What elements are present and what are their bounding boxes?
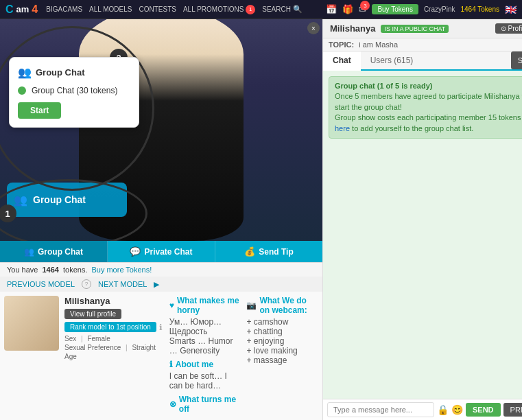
topic-bar: TOPIC: i am Masha [323, 38, 522, 51]
popup-title: 👥 Group Chat [18, 66, 130, 79]
webcam-items: + camshow + chatting + enjoying + love m… [246, 317, 318, 365]
logo: C am 4 [5, 3, 38, 16]
right-panel: Milishanya IS IN A PUBLIC CHAT ⊙ Profile… [322, 19, 522, 420]
nav-contests[interactable]: CONTESTS [139, 5, 176, 13]
emoji-button[interactable]: 😊 [451, 404, 463, 415]
logo-text: am [16, 4, 29, 14]
profile-info: Milishanya View full profile Rank model … [64, 296, 164, 416]
about-me-title: ℹ About me [169, 360, 241, 369]
logo-accent: 4 [32, 3, 38, 16]
chat-input-area: 🔒 😊 SEND PRIVATE MESSAGE [323, 399, 522, 420]
turns-off-icon: ⊗ [169, 399, 176, 409]
message-input[interactable] [327, 402, 434, 417]
chat-tabs: Chat Users (615) Start your webcam [323, 51, 522, 71]
send-button[interactable]: SEND [466, 403, 501, 417]
chat-messages: Group chat (1 of 5 is ready) Once 5 memb… [323, 71, 522, 399]
circle-badge-1: 1 [0, 205, 16, 222]
popup-option: Group Chat (30 tokens) [18, 86, 130, 95]
nav-all-promotions[interactable]: ALL PROMOTIONS 1 [183, 5, 255, 14]
video-area: 👥 Group Chat Group Chat (30 tokens) Star… [0, 19, 322, 241]
mail-badge: 3 [360, 1, 370, 10]
group-chat-overlay-icon: 👥 [14, 194, 27, 207]
send-tip-button[interactable]: 💰 Send Tip [215, 241, 322, 262]
group-chat-button[interactable]: 👥 Group Chat [0, 241, 108, 262]
top-nav: C am 4 BIGACAMS ALL MODELS CONTESTS ALL … [0, 0, 522, 19]
group-chat-ctrl-icon: 👥 [24, 247, 34, 257]
rank-model-button[interactable]: Rank model to 1st position [64, 322, 156, 332]
video-controls: 👥 Group Chat 💬 Private Chat 💰 Send Tip [0, 241, 322, 262]
about-horny-title: ♥ What makes me horny [169, 296, 241, 315]
promotions-badge: 1 [246, 5, 255, 14]
mail-icon: ✉ 3 [359, 4, 366, 14]
nav-right: 📅 🎁 ✉ 3 Buy Tokens CrazyPink 1464 Tokens… [326, 4, 517, 15]
start-webcam-button[interactable]: Start your webcam [511, 51, 522, 69]
turns-off-title: ⊗ What turns me off [169, 395, 241, 414]
webcam-icon: 📷 [246, 301, 257, 310]
about-columns: ♥ What makes me horny Ум… Юмор… Щедрость… [169, 296, 318, 416]
previous-model-link[interactable]: PREVIOUS MODEL [7, 280, 75, 288]
tab-chat[interactable]: Chat [323, 51, 361, 71]
heart-icon-about: ♥ [169, 301, 174, 310]
start-button[interactable]: Start [18, 102, 61, 119]
token-count: 1464 Tokens [460, 5, 499, 13]
send-tip-icon: 💰 [244, 246, 255, 257]
option-text: Group Chat (30 tokens) [32, 86, 117, 95]
view-full-profile-button[interactable]: View full profile [64, 309, 121, 319]
about-me-text: I can be soft… I can be hard… [169, 371, 241, 390]
model-header-name: Milishanya [330, 23, 375, 34]
age-detail: Age [64, 353, 164, 360]
token-count-value: 1464 [42, 266, 58, 274]
model-header: Milishanya IS IN A PUBLIC CHAT ⊙ Profile… [323, 19, 522, 38]
model-nav: PREVIOUS MODEL ? NEXT MODEL ▶ [0, 277, 322, 292]
group-chat-overlay-text: Group Chat [33, 194, 86, 205]
about-horny-text: Ум… Юмор… Щедрость Smarts … Humor … Gene… [169, 317, 241, 355]
buy-tokens-button[interactable]: Buy Tokens [372, 4, 418, 14]
group-chat-overlay[interactable]: 👥 Group Chat [7, 183, 127, 217]
sex-detail: Sex | Female [64, 335, 164, 342]
buy-more-tokens-link[interactable]: Buy more Tokens! [91, 266, 152, 274]
calendar-icon: 📅 [326, 4, 337, 14]
search-icon: 🔍 [293, 5, 302, 13]
webcam-title: 📷 What We do on webcam: [246, 296, 318, 315]
nav-search[interactable]: SEARCH 🔍 [262, 5, 302, 14]
about-webcam-col: 📷 What We do on webcam: + camshow + chat… [246, 296, 318, 416]
next-model-link[interactable]: NEXT MODEL [98, 280, 147, 288]
about-horny-col: ♥ What makes me horny Ум… Юмор… Щедрость… [169, 296, 241, 416]
radio-button[interactable] [18, 86, 26, 95]
next-arrow-icon: ▶ [154, 280, 159, 289]
lock-icon-button[interactable]: 🔒 [437, 404, 449, 415]
nav-bigacams[interactable]: BIGACAMS [46, 5, 82, 13]
live-badge: IS IN A PUBLIC CHAT [381, 25, 449, 33]
nav-links: BIGACAMS ALL MODELS CONTESTS ALL PROMOTI… [46, 5, 302, 14]
tab-users[interactable]: Users (615) [361, 51, 423, 71]
flag-icon: 🇬🇧 [505, 4, 517, 15]
private-chat-button[interactable]: 💬 Private Chat [108, 241, 215, 262]
profile-button[interactable]: ⊙ Profile [495, 23, 522, 34]
left-panel: 👥 Group Chat Group Chat (30 tokens) Star… [0, 19, 322, 420]
video-close-button[interactable]: × [307, 22, 320, 34]
group-chat-popup-icon: 👥 [18, 66, 32, 79]
username: CrazyPink [424, 5, 455, 13]
help-icon[interactable]: ? [82, 279, 91, 289]
group-chat-popup: 👥 Group Chat Group Chat (30 tokens) Star… [9, 57, 139, 128]
video-placeholder: 👥 Group Chat Group Chat (30 tokens) Star… [0, 19, 322, 241]
private-chat-icon: 💬 [130, 246, 141, 257]
profile-section: Milishanya View full profile Rank model … [0, 292, 322, 420]
rank-info-icon: ℹ [159, 323, 163, 332]
private-message-button[interactable]: PRIVATE MESSAGE [503, 403, 522, 417]
preference-detail: Sexual Preference | Straight [64, 344, 164, 351]
nav-all-models[interactable]: ALL MODELS [89, 5, 132, 13]
system-message: Group chat (1 of 5 is ready) Once 5 memb… [329, 76, 522, 139]
token-bar: You have 1464 tokens. Buy more Tokens! [0, 262, 322, 277]
info-icon-about: ℹ [169, 360, 173, 369]
gift-icon: 🎁 [342, 4, 353, 14]
profile-thumbnail [4, 296, 59, 351]
model-name-profile: Milishanya [64, 296, 164, 306]
main-container: 👥 Group Chat Group Chat (30 tokens) Star… [0, 19, 522, 420]
